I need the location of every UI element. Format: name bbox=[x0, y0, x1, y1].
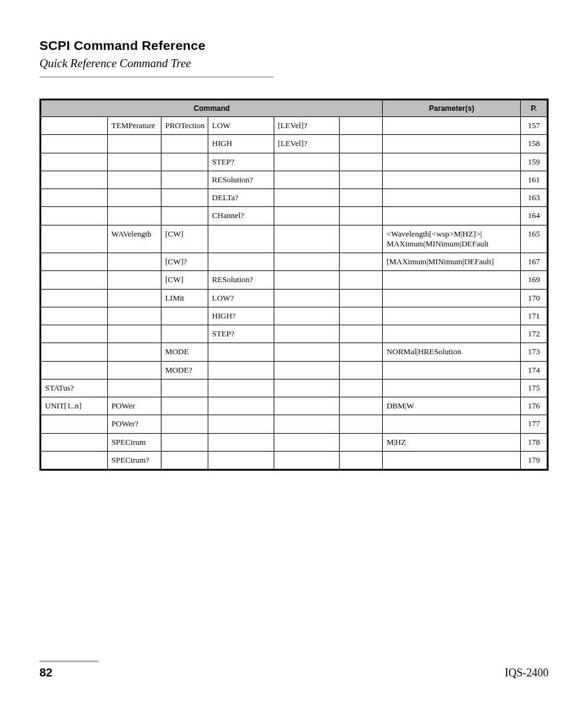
header-parameters: Parameter(s) bbox=[383, 100, 521, 117]
cell-command: STATus? bbox=[41, 379, 108, 397]
cell-page: 158 bbox=[521, 135, 548, 153]
cell-command: HIGH? bbox=[208, 307, 274, 325]
footer-rule bbox=[39, 660, 99, 662]
cell-command bbox=[107, 307, 161, 325]
cell-command: MODE? bbox=[161, 361, 208, 379]
cell-command bbox=[161, 415, 208, 433]
cell-command bbox=[274, 307, 340, 325]
table-row: CHannel?164 bbox=[41, 207, 548, 225]
cell-command: POWer? bbox=[107, 415, 161, 433]
table-row: UNIT[1..n]POWerDBM|W176 bbox=[41, 397, 548, 415]
cell-command: UNIT[1..n] bbox=[41, 397, 108, 415]
cell-page: 176 bbox=[521, 397, 548, 415]
cell-command bbox=[107, 361, 161, 379]
cell-parameter bbox=[383, 271, 521, 289]
cell-parameter: M|HZ bbox=[383, 433, 521, 451]
cell-command: CHannel? bbox=[208, 207, 274, 225]
cell-command bbox=[340, 189, 383, 207]
cell-command bbox=[274, 207, 340, 225]
cell-page: 172 bbox=[521, 325, 548, 343]
cell-command bbox=[274, 225, 340, 253]
cell-command bbox=[41, 433, 108, 451]
cell-command bbox=[41, 189, 108, 207]
cell-command: [LEVel]? bbox=[274, 117, 340, 135]
cell-command bbox=[340, 135, 383, 153]
cell-parameter bbox=[383, 289, 521, 307]
table-body: TEMPeraturePROTectionLOW[LEVel]?157HIGH[… bbox=[41, 117, 548, 470]
cell-command bbox=[274, 397, 340, 415]
cell-command: MODE bbox=[161, 343, 208, 361]
cell-parameter bbox=[383, 117, 521, 135]
cell-command bbox=[208, 361, 274, 379]
cell-command bbox=[208, 451, 274, 469]
cell-command bbox=[340, 307, 383, 325]
cell-command bbox=[41, 307, 108, 325]
cell-command: DELTa? bbox=[208, 189, 274, 207]
cell-command bbox=[161, 325, 208, 343]
table-row: POWer?177 bbox=[41, 415, 548, 433]
cell-parameter: DBM|W bbox=[383, 397, 521, 415]
cell-command bbox=[107, 153, 161, 171]
table-row: LIMitLOW?170 bbox=[41, 289, 548, 307]
cell-command bbox=[340, 253, 383, 271]
page-subtitle: Quick Reference Command Tree bbox=[39, 57, 549, 70]
cell-command: LOW bbox=[208, 117, 274, 135]
cell-command bbox=[161, 451, 208, 469]
cell-page: 174 bbox=[521, 361, 548, 379]
cell-command bbox=[274, 451, 340, 469]
cell-command bbox=[340, 451, 383, 469]
cell-command bbox=[41, 271, 108, 289]
cell-command bbox=[274, 253, 340, 271]
cell-page: 171 bbox=[521, 307, 548, 325]
cell-command bbox=[274, 325, 340, 343]
cell-parameter bbox=[383, 325, 521, 343]
cell-command bbox=[107, 289, 161, 307]
cell-command bbox=[340, 153, 383, 171]
cell-command: TEMPerature bbox=[107, 117, 161, 135]
cell-command bbox=[274, 379, 340, 397]
cell-command: POWer bbox=[107, 397, 161, 415]
cell-command bbox=[340, 171, 383, 189]
cell-page: 163 bbox=[521, 189, 548, 207]
cell-parameter bbox=[383, 153, 521, 171]
cell-command bbox=[41, 225, 108, 253]
cell-command bbox=[340, 289, 383, 307]
cell-page: 179 bbox=[521, 451, 548, 469]
cell-parameter bbox=[383, 361, 521, 379]
table-header-row: Command Parameter(s) P. bbox=[41, 100, 548, 117]
cell-command bbox=[340, 117, 383, 135]
cell-page: 159 bbox=[521, 153, 548, 171]
cell-page: 175 bbox=[521, 379, 548, 397]
cell-command bbox=[107, 379, 161, 397]
cell-command bbox=[161, 171, 208, 189]
cell-command bbox=[107, 207, 161, 225]
table-row: HIGH[LEVel]?158 bbox=[41, 135, 548, 153]
header-page: P. bbox=[521, 100, 548, 117]
cell-parameter: NORMal|HRESolution bbox=[383, 343, 521, 361]
cell-parameter bbox=[383, 451, 521, 469]
cell-command bbox=[41, 171, 108, 189]
cell-command bbox=[41, 343, 108, 361]
cell-command bbox=[107, 189, 161, 207]
cell-command bbox=[161, 397, 208, 415]
cell-command bbox=[274, 415, 340, 433]
cell-command bbox=[208, 415, 274, 433]
cell-command: STEP? bbox=[208, 153, 274, 171]
table-row: SPECtrumM|HZ178 bbox=[41, 433, 548, 451]
table-row: DELTa?163 bbox=[41, 189, 548, 207]
page-number: 82 bbox=[39, 666, 52, 680]
cell-command: [LEVel]? bbox=[274, 135, 340, 153]
cell-command bbox=[340, 397, 383, 415]
page-title: SCPI Command Reference bbox=[39, 38, 549, 53]
cell-command bbox=[107, 171, 161, 189]
cell-page: 161 bbox=[521, 171, 548, 189]
cell-parameter: <Wavelength[<wsp>M|HZ]>|MAXimum|MINimum|… bbox=[383, 225, 521, 253]
cell-page: 177 bbox=[521, 415, 548, 433]
cell-command bbox=[340, 225, 383, 253]
table-row: TEMPeraturePROTectionLOW[LEVel]?157 bbox=[41, 117, 548, 135]
table-row: RESolution?161 bbox=[41, 171, 548, 189]
cell-command: RESolution? bbox=[208, 271, 274, 289]
cell-command: LOW? bbox=[208, 289, 274, 307]
command-reference-table: Command Parameter(s) P. TEMPeraturePROTe… bbox=[39, 99, 549, 471]
table-row: MODENORMal|HRESolution173 bbox=[41, 343, 548, 361]
